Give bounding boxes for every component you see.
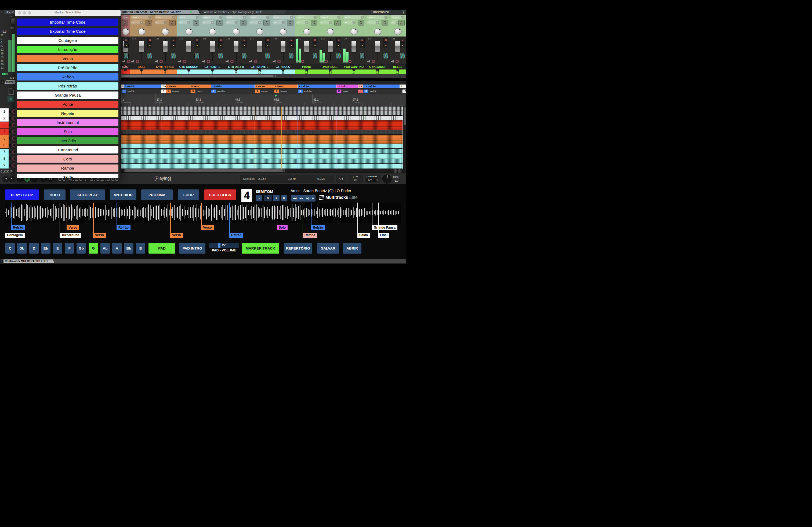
record-arm-button[interactable]	[159, 60, 163, 63]
semitone-button[interactable]: 0	[264, 195, 272, 201]
overview-marker-label[interactable]: Verso	[67, 225, 79, 230]
track-row[interactable]: 9	[0, 162, 15, 169]
solo-button[interactable]: S	[195, 43, 200, 48]
marker-section-button[interactable]: Interlúdio	[17, 137, 118, 144]
pan-knob[interactable]	[303, 28, 310, 35]
in-select[interactable]: in▼	[155, 20, 167, 25]
solo-button[interactable]: S	[400, 43, 405, 48]
record-arm-button[interactable]	[206, 60, 210, 63]
routing-button[interactable]	[218, 53, 223, 59]
transport-button[interactable]: ▶|	[9, 176, 15, 182]
chevron-down-icon[interactable]: ▼	[211, 21, 214, 24]
key-button[interactable]: B	[136, 243, 145, 254]
overview-marker-label[interactable]: Solo	[277, 225, 288, 230]
chevron-down-icon[interactable]: ▼	[148, 16, 152, 19]
overview-marker-label[interactable]: Saída	[358, 232, 370, 238]
volume-fader[interactable]	[375, 41, 380, 52]
volume-fader[interactable]	[163, 41, 168, 52]
semitone-button[interactable]: +	[273, 195, 279, 201]
marker-section-button[interactable]: Saída	[17, 174, 118, 178]
global-mode-select[interactable]: OFF▼	[366, 178, 379, 182]
chevron-down-icon[interactable]: ▼	[305, 21, 308, 24]
power-icon[interactable]: ◉	[402, 10, 405, 14]
marker-section-button[interactable]: Grande Pausa	[17, 91, 118, 99]
key-button[interactable]: MARKER TRACK	[242, 243, 279, 254]
track-lane[interactable]	[121, 130, 403, 135]
marker-section-button[interactable]: Turnaround	[17, 146, 118, 153]
arrange-hscroll-thumb[interactable]	[124, 169, 285, 172]
key-button[interactable]: Bb	[124, 243, 133, 254]
routing-button[interactable]	[194, 53, 200, 59]
zoom-in-button[interactable]: +	[394, 169, 397, 173]
marker[interactable]: 10 Solo	[336, 89, 348, 93]
routing-button[interactable]	[383, 53, 388, 59]
routing-button[interactable]	[289, 53, 294, 59]
track-lane[interactable]	[121, 159, 403, 164]
marker[interactable]: 7 Verso	[255, 89, 267, 93]
key-button[interactable]: Gb	[76, 243, 86, 254]
pan-knob[interactable]	[233, 28, 240, 35]
mixer-strip[interactable]: Input 1▼ in▼ INFX -20.7 M S	[318, 14, 342, 74]
input-fx-button[interactable]: INFX	[263, 20, 270, 26]
crossfade-icon[interactable]: ⤫	[8, 96, 14, 102]
volume-fader[interactable]	[186, 41, 191, 52]
pan-knob[interactable]	[351, 28, 358, 35]
solo-button[interactable]: S	[289, 43, 294, 48]
marker-section-button[interactable]: Verso	[17, 55, 118, 62]
in-select[interactable]: in▼	[344, 20, 356, 25]
overview-marker-label[interactable]: Refrão	[117, 225, 130, 230]
zoom-out-button[interactable]: −	[398, 169, 402, 173]
transport-button[interactable]: |◀	[3, 176, 9, 182]
volume-fader[interactable]	[139, 41, 144, 52]
solo-button[interactable]: S	[360, 43, 365, 48]
pan-knob[interactable]	[374, 28, 381, 35]
in-select[interactable]: in▼	[273, 20, 285, 25]
marker-section-button[interactable]: Pré Refrão	[17, 64, 118, 71]
record-arm-button[interactable]	[254, 60, 258, 63]
key-button[interactable]: F	[65, 243, 74, 254]
input-select[interactable]: Input 1▼	[249, 15, 270, 19]
pan-knob[interactable]	[138, 28, 145, 35]
controller-button[interactable]: PLAY / STOP	[5, 190, 39, 200]
strip-number-bar[interactable]: 6	[153, 70, 177, 74]
input-select[interactable]: Input 1▼	[131, 15, 152, 19]
overview-marker-label[interactable]: Final	[378, 232, 389, 238]
record-arm-button[interactable]	[372, 60, 375, 63]
mute-button[interactable]: M	[218, 37, 223, 43]
tempo-box[interactable]: ♩ = 68	[347, 175, 363, 183]
track-lane[interactable]	[121, 149, 403, 154]
region-segment[interactable]: Ra	[358, 85, 363, 88]
input-select[interactable]: Input 1▼	[273, 15, 293, 19]
pan-knob[interactable]	[186, 28, 192, 35]
mute-button[interactable]: M	[313, 37, 317, 43]
region-segment[interactable]: 12 Refrão	[363, 85, 400, 88]
marker-section-button[interactable]: Refrão	[17, 73, 118, 80]
track-row[interactable]: 7	[0, 149, 15, 155]
marker-section-button[interactable]: Rampa	[17, 165, 118, 172]
chevron-down-icon[interactable]: ▼	[401, 16, 404, 19]
mixer-strip[interactable]: Input 1▼ in▼ INFX -135 M S	[153, 14, 177, 74]
input-fx-button[interactable]: INFX	[398, 20, 405, 26]
input-fx-button[interactable]: INFX	[122, 20, 128, 26]
nav-icon[interactable]: ▶▶	[300, 197, 303, 200]
key-button[interactable]: SALVAR	[317, 243, 339, 254]
track-row[interactable]: 4	[0, 129, 15, 135]
controller-button[interactable]: ANTERIOR	[110, 190, 136, 200]
nav-icon[interactable]: ◉	[312, 197, 314, 200]
in-select[interactable]: in▼	[226, 20, 238, 25]
key-button[interactable]: Ab	[100, 243, 110, 254]
track-row[interactable]: 6	[0, 142, 15, 149]
mute-button[interactable]: M	[265, 37, 270, 43]
chevron-down-icon[interactable]: ▼	[243, 16, 246, 19]
arrange-vscroll-thumb[interactable]	[404, 107, 406, 125]
chevron-down-icon[interactable]: ▼	[125, 16, 128, 19]
solo-button[interactable]: S	[313, 43, 317, 48]
routing-button[interactable]	[312, 53, 317, 59]
overview-marker-label[interactable]: Refrão	[311, 225, 325, 230]
volume-fader[interactable]	[234, 41, 238, 52]
track-lane[interactable]	[121, 164, 403, 169]
key-button[interactable]: E	[53, 243, 62, 254]
semitone-button[interactable]: R	[281, 195, 287, 201]
solo-button[interactable]: S	[265, 43, 270, 48]
strip-number-bar[interactable]: 14	[342, 70, 366, 74]
